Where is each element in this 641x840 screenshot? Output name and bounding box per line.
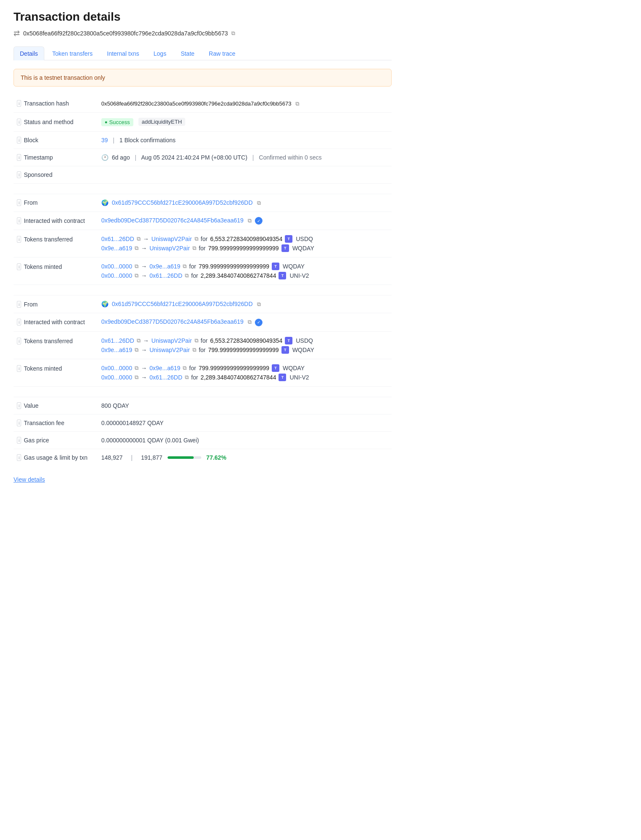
tokens-minted-label-1: Tokens minted [24, 263, 62, 270]
token-name-m-2-2: UNI-V2 [289, 374, 309, 381]
minted-from-1-1[interactable]: 0x00...0000 [101, 263, 132, 270]
copy-tf-1-2[interactable]: ⧉ [135, 245, 138, 252]
from-address-link-2[interactable]: 0x61d579CCC56bfd271cE290006A997D52cbf926… [112, 301, 253, 307]
gas-progress-pct: 77.62% [206, 454, 226, 461]
for-label-m-2-1: for [189, 365, 196, 371]
arrow-m-1-1: → [141, 263, 147, 270]
copy-mt-1-2[interactable]: ⧉ [185, 272, 189, 279]
minted-row-2-1: 0x00...0000 ⧉ → 0x9e...a619 ⧉ for 799.99… [101, 364, 388, 372]
gas-used: 148,927 [101, 454, 123, 461]
row-from-2: i From 🌍 0x61d579CCC56bfd271cE290006A997… [14, 295, 392, 313]
transfer-from-2-2[interactable]: 0x9e...a619 [101, 347, 132, 353]
copy-to-2-1[interactable]: ⧉ [195, 337, 198, 344]
tab-logs[interactable]: Logs [147, 46, 173, 60]
minted-to-2-1[interactable]: 0x9e...a619 [149, 365, 180, 371]
minted-to-1-1[interactable]: 0x9e...a619 [149, 263, 180, 270]
block-number-link[interactable]: 39 [101, 137, 108, 144]
copy-mt-1-1[interactable]: ⧉ [183, 263, 187, 270]
tab-details[interactable]: Details [14, 46, 44, 60]
copy-from-icon-2[interactable]: ⧉ [257, 301, 261, 308]
minted-amount-1-1: 799.999999999999999999 [199, 263, 269, 270]
for-label-m-1-2: for [191, 272, 198, 279]
copy-tx-hash-icon-row[interactable]: ⧉ [295, 100, 299, 107]
token-badge-m-2-2: T [279, 374, 286, 381]
copy-tx-hash-icon[interactable]: ⧉ [231, 30, 235, 37]
arrow-m-2-1: → [141, 365, 147, 371]
token-name-2-1: USDQ [296, 337, 313, 344]
gas-limit: 191,877 [141, 454, 162, 461]
transfer-to-2-1[interactable]: UniswapV2Pair [151, 337, 192, 344]
row-tokens-minted-2: i Tokens minted 0x00...0000 ⧉ → 0x9e...a… [14, 359, 392, 386]
transfer-from-1-1[interactable]: 0x61...26DD [101, 236, 134, 242]
row-icon-tokens-minted-1: i [17, 263, 21, 270]
for-label-1-1: for [201, 236, 208, 242]
row-icon-interacted-2: i [17, 319, 21, 325]
row-sponsored: i Sponsored [14, 166, 392, 183]
status-badge: ● Success [101, 118, 133, 126]
transfer-from-1-2[interactable]: 0x9e...a619 [101, 245, 132, 252]
copy-mf-1-1[interactable]: ⧉ [135, 263, 138, 270]
copy-to-1-2[interactable]: ⧉ [192, 245, 196, 252]
row-icon-gas-price: i [17, 437, 21, 444]
minted-amount-2-1: 799.999999999999999999 [199, 365, 269, 371]
transfer-amount-1-2: 799.999999999999999999 [208, 245, 279, 252]
copy-mf-2-1[interactable]: ⧉ [135, 365, 138, 371]
minted-from-1-2[interactable]: 0x00...0000 [101, 272, 132, 279]
copy-mf-1-2[interactable]: ⧉ [135, 272, 138, 279]
token-badge-1-2: T [281, 244, 289, 252]
transfer-to-2-2[interactable]: UniswapV2Pair [149, 347, 190, 353]
copy-mt-2-2[interactable]: ⧉ [185, 374, 189, 381]
verified-icon-1: ✓ [255, 217, 262, 225]
spacer-1 [14, 183, 392, 194]
copy-interacted-icon-2[interactable]: ⧉ [248, 319, 252, 325]
transfer-to-1-2[interactable]: UniswapV2Pair [149, 245, 190, 252]
interacted-address-link-1[interactable]: 0x9edb09DeCd3877D5D02076c24A845Fb6a3eaa6… [101, 217, 243, 224]
copy-mt-2-1[interactable]: ⧉ [183, 365, 187, 371]
row-tx-fee: i Transaction fee 0.000000148927 QDAY [14, 414, 392, 431]
copy-tf-2-1[interactable]: ⧉ [137, 337, 141, 344]
timestamp-date: Aug 05 2024 21:40:24 PM (+08:00 UTC) [141, 154, 247, 161]
view-details-link[interactable]: View details [14, 476, 45, 483]
minted-to-1-2[interactable]: 0x61...26DD [149, 272, 182, 279]
transfer-to-1-1[interactable]: UniswapV2Pair [151, 236, 192, 242]
minted-from-2-2[interactable]: 0x00...0000 [101, 374, 132, 381]
from-address-link-1[interactable]: 0x61d579CCC56bfd271cE290006A997D52cbf926… [112, 199, 253, 206]
copy-mf-2-2[interactable]: ⧉ [135, 374, 138, 381]
spacer-3 [14, 386, 392, 397]
globe-emoji-1: 🌍 [101, 199, 108, 206]
copy-tf-1-1[interactable]: ⧉ [137, 236, 141, 242]
copy-to-1-1[interactable]: ⧉ [195, 236, 198, 242]
token-badge-2-2: T [281, 346, 289, 354]
transfer-row-2-1: 0x61...26DD ⧉ → UniswapV2Pair ⧉ for 6,55… [101, 337, 388, 344]
minted-from-2-1[interactable]: 0x00...0000 [101, 365, 132, 371]
arrow-m-1-2: → [141, 272, 147, 279]
tab-state[interactable]: State [174, 46, 201, 60]
transfer-from-2-1[interactable]: 0x61...26DD [101, 337, 134, 344]
clock-icon: 🕐 [101, 154, 108, 161]
gas-usage-label: Gas usage & limit by txn [24, 454, 87, 461]
tx-fee-label: Transaction fee [24, 420, 64, 426]
row-gas-usage: i Gas usage & limit by txn 148,927 | 191… [14, 449, 392, 466]
copy-interacted-icon-1[interactable]: ⧉ [248, 217, 252, 224]
value-text: 800 QDAY [101, 402, 129, 409]
gas-progress-bar-bg [168, 456, 201, 459]
transfer-amount-1-1: 6,553.27283400989049354 [210, 236, 282, 242]
tab-raw-trace[interactable]: Raw trace [203, 46, 242, 60]
minted-amount-1-2: 2,289.348407400862747844 [200, 272, 276, 279]
copy-to-2-2[interactable]: ⧉ [192, 347, 196, 353]
minted-to-2-2[interactable]: 0x61...26DD [149, 374, 182, 381]
tx-hash-full: 0x5068fea66f92f280c23800a5ce0f993980fc79… [23, 30, 228, 37]
interacted-address-link-2[interactable]: 0x9edb09DeCd3877D5D02076c24A845Fb6a3eaa6… [101, 318, 243, 325]
tab-internal-txns[interactable]: Internal txns [101, 46, 146, 60]
token-name-1-1: USDQ [296, 236, 313, 242]
row-icon-status: i [17, 119, 21, 125]
transfer-amount-2-2: 799.999999999999999999 [208, 347, 279, 353]
copy-from-icon-1[interactable]: ⧉ [257, 200, 261, 206]
spacer-2 [14, 285, 392, 295]
page-title: Transaction details [14, 10, 392, 24]
copy-tf-2-2[interactable]: ⧉ [135, 347, 138, 353]
tab-token-transfers[interactable]: Token transfers [46, 46, 99, 60]
row-icon-from-1: i [17, 199, 21, 206]
method-badge: addLiquidityETH [138, 118, 185, 126]
for-label-1-2: for [199, 245, 206, 252]
